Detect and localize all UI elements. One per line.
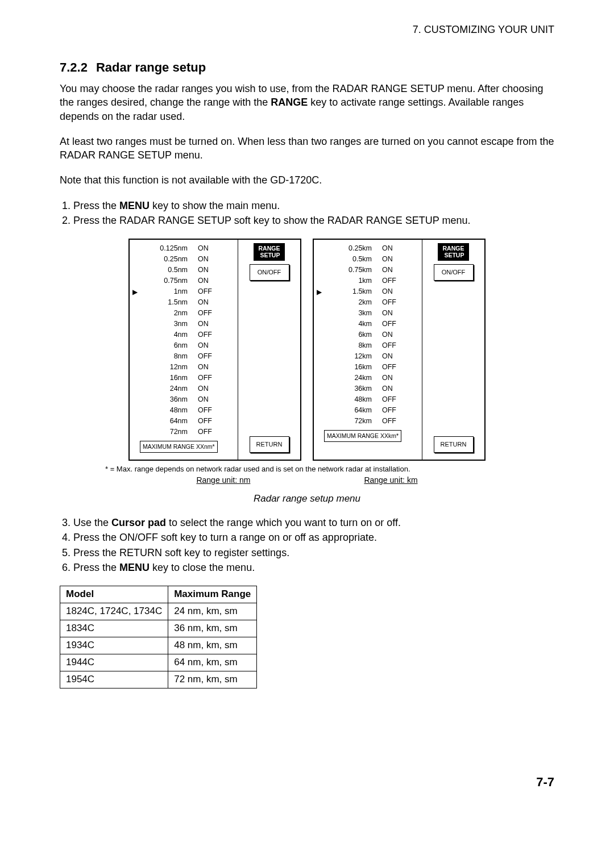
range-label: 36nm — [140, 395, 198, 404]
range-row[interactable]: 1kmOFF — [314, 276, 422, 286]
range-state: ON — [198, 265, 221, 275]
range-state: OFF — [382, 298, 405, 307]
p1-range-key: RANGE — [271, 97, 308, 108]
procedure-step: Press the MENU key to close the menu. — [73, 561, 554, 574]
softkey-title-l2: SETUP — [259, 252, 280, 259]
range-row[interactable]: 36kmON — [314, 383, 422, 394]
range-row[interactable]: 0.75nmON — [130, 276, 238, 286]
range-row[interactable]: ▶1nmOFF — [130, 286, 238, 297]
range-row[interactable]: 0.25nmON — [130, 254, 238, 265]
figure-caption: Radar range setup menu — [60, 493, 554, 506]
model-table: ModelMaximum Range1824C, 1724C, 1734C24 … — [60, 586, 257, 688]
range-row[interactable]: 3kmON — [314, 308, 422, 319]
range-label: 3km — [324, 308, 382, 318]
range-row[interactable]: 0.5kmON — [314, 254, 422, 265]
range-row[interactable]: 4kmOFF — [314, 319, 422, 329]
section-number: 7.2.2 — [60, 59, 88, 76]
range-row[interactable]: 72kmOFF — [314, 416, 422, 427]
range-label: 72nm — [140, 427, 198, 437]
range-list-km: 0.25kmON0.5kmON0.75kmON1kmOFF▶1.5kmON2km… — [314, 240, 422, 459]
range-row[interactable]: 48kmOFF — [314, 394, 422, 405]
range-state: ON — [198, 362, 221, 372]
table-cell: 1834C — [60, 620, 168, 637]
range-state: OFF — [198, 330, 221, 340]
range-row[interactable]: 2kmOFF — [314, 297, 422, 308]
range-state: ON — [382, 384, 405, 394]
page-number: 7-7 — [60, 774, 554, 791]
range-state: OFF — [198, 308, 221, 318]
range-state: ON — [382, 373, 405, 383]
table-row: 1934C48 nm, km, sm — [60, 637, 257, 654]
range-state: OFF — [382, 406, 405, 415]
range-row[interactable]: 72nmOFF — [130, 427, 238, 437]
range-state: ON — [198, 395, 221, 404]
range-state: ON — [382, 254, 405, 264]
range-row[interactable]: 64nmOFF — [130, 416, 238, 427]
range-row[interactable]: 12kmON — [314, 351, 422, 362]
range-state: OFF — [382, 395, 405, 404]
range-list-nm: 0.125nmON0.25nmON0.5nmON0.75nmON▶1nmOFF1… — [130, 240, 238, 459]
range-label: 0.75km — [324, 265, 382, 275]
range-label: 64km — [324, 406, 382, 415]
range-row[interactable]: 36nmON — [130, 394, 238, 405]
pointer-icon: ▶ — [314, 287, 324, 297]
range-row[interactable]: 4nmOFF — [130, 329, 238, 340]
range-row[interactable]: 1.5nmON — [130, 297, 238, 308]
range-row[interactable]: 0.25kmON — [314, 243, 422, 254]
softkey-return[interactable]: RETURN — [250, 436, 289, 453]
range-label: 0.75nm — [140, 276, 198, 286]
range-label: 0.5nm — [140, 265, 198, 275]
range-label: 12nm — [140, 362, 198, 372]
range-label: 0.125nm — [140, 244, 198, 253]
range-state: ON — [198, 319, 221, 329]
range-row[interactable]: 16kmOFF — [314, 362, 422, 373]
range-row[interactable]: 3nmON — [130, 319, 238, 329]
pointer-icon: ▶ — [130, 287, 140, 297]
softkey-title: RANGE SETUP — [438, 243, 470, 261]
range-state: OFF — [198, 427, 221, 437]
table-row: 1824C, 1724C, 1734C24 nm, km, sm — [60, 603, 257, 620]
range-row[interactable]: 6kmON — [314, 329, 422, 340]
range-label: 1.5nm — [140, 298, 198, 307]
menu-diagrams: 0.125nmON0.25nmON0.5nmON0.75nmON▶1nmOFF1… — [60, 239, 554, 460]
range-row[interactable]: 0.125nmON — [130, 243, 238, 254]
section-title: Radar range setup — [96, 60, 206, 74]
range-label: 16km — [324, 362, 382, 372]
range-row[interactable]: 8kmOFF — [314, 340, 422, 351]
softkey-onoff[interactable]: ON/OFF — [250, 264, 289, 281]
table-cell: 1824C, 1724C, 1734C — [60, 603, 168, 620]
range-state: OFF — [198, 352, 221, 361]
range-state: ON — [198, 384, 221, 394]
range-row[interactable]: 24kmON — [314, 373, 422, 383]
range-row[interactable]: 64kmOFF — [314, 405, 422, 416]
range-state: ON — [382, 352, 405, 361]
table-cell: 24 nm, km, sm — [168, 603, 257, 620]
range-row[interactable]: 6nmON — [130, 340, 238, 351]
softkey-title: RANGE SETUP — [254, 243, 285, 261]
range-row[interactable]: 8nmOFF — [130, 351, 238, 362]
range-label: 4km — [324, 319, 382, 329]
table-cell: 1934C — [60, 637, 168, 654]
range-row[interactable]: 24nmON — [130, 383, 238, 394]
range-row[interactable]: 16nmOFF — [130, 373, 238, 383]
table-cell: 64 nm, km, sm — [168, 654, 257, 671]
range-row[interactable]: 2nmOFF — [130, 308, 238, 319]
paragraph-3: Note that this function is not available… — [60, 173, 554, 187]
menu-nm: 0.125nmON0.25nmON0.5nmON0.75nmON▶1nmOFF1… — [128, 239, 301, 460]
procedure-top: Press the MENU key to show the main menu… — [73, 199, 554, 228]
procedure-step: Press the RADAR RANGE SETUP soft key to … — [73, 214, 554, 227]
range-row[interactable]: 0.75kmON — [314, 265, 422, 276]
range-label: 4nm — [140, 330, 198, 340]
range-label: 48km — [324, 395, 382, 404]
range-row[interactable]: 12nmON — [130, 362, 238, 373]
softkey-onoff[interactable]: ON/OFF — [434, 264, 474, 281]
table-header: Model — [60, 586, 168, 603]
range-row[interactable]: 0.5nmON — [130, 265, 238, 276]
table-row: 1944C64 nm, km, sm — [60, 654, 257, 671]
paragraph-2: At least two ranges must be turned on. W… — [60, 135, 554, 162]
range-row[interactable]: ▶1.5kmON — [314, 286, 422, 297]
range-row[interactable]: 48nmOFF — [130, 405, 238, 416]
range-label: 8km — [324, 341, 382, 350]
softkey-return[interactable]: RETURN — [434, 436, 474, 453]
range-label: 12km — [324, 352, 382, 361]
